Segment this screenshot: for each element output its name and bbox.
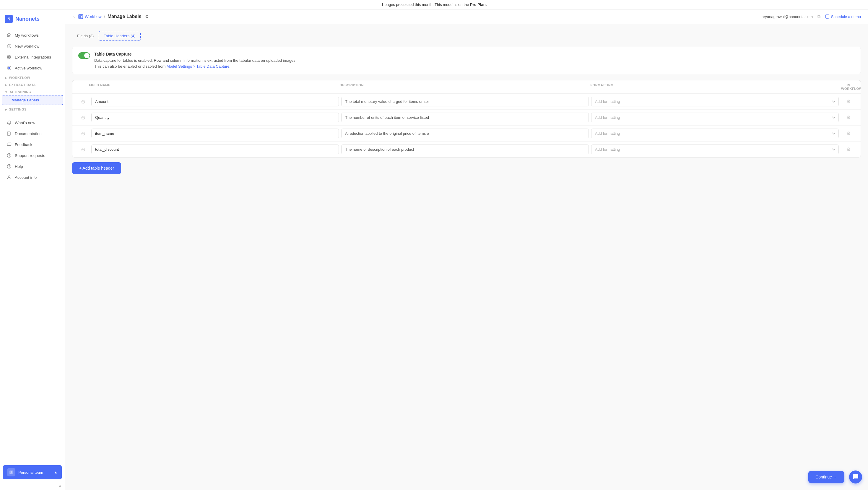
sidebar-item-label: Support requests bbox=[15, 153, 45, 158]
book-icon bbox=[6, 131, 12, 136]
breadcrumb-separator: / bbox=[104, 14, 105, 19]
capture-banner-text: Table Data Capture Data capture for tabl… bbox=[94, 52, 296, 69]
page-header: ‹ Workflow / Manage Labels ⚙ aryanagrawa… bbox=[65, 9, 868, 24]
personal-team-label: Personal team bbox=[18, 470, 43, 474]
svg-rect-3 bbox=[7, 58, 9, 59]
table-row: ⊖ Add formatting ⚙ bbox=[72, 126, 861, 142]
sidebar-item-new-workflow[interactable]: New workflow bbox=[2, 41, 63, 52]
remove-row-4-button[interactable]: ⊖ bbox=[77, 146, 89, 153]
sidebar-item-documentation[interactable]: Documentation bbox=[2, 128, 63, 139]
header-right: aryanagrawal@nanonets.com ⧉ Schedule a d… bbox=[762, 14, 861, 19]
row-settings-button-1[interactable]: ⚙ bbox=[841, 99, 856, 104]
main-content: ‹ Workflow / Manage Labels ⚙ aryanagrawa… bbox=[65, 9, 868, 490]
sidebar-item-label: Account info bbox=[15, 175, 37, 180]
sidebar-collapse: « bbox=[0, 481, 65, 490]
section-label: WORKFLOW bbox=[9, 76, 30, 80]
formatting-select-4[interactable]: Add formatting bbox=[591, 145, 839, 154]
table-data-capture-banner: Table Data Capture Data capture for tabl… bbox=[72, 47, 861, 74]
continue-button[interactable]: Continue → bbox=[808, 471, 844, 483]
chevron-down-icon: ▼ bbox=[5, 90, 8, 94]
table-row: ⊖ Add formatting ⚙ bbox=[72, 94, 861, 110]
collapse-sidebar-button[interactable]: « bbox=[59, 483, 61, 488]
svg-rect-2 bbox=[10, 55, 11, 57]
formatting-select-3[interactable]: Add formatting bbox=[591, 128, 839, 138]
chevron-right-icon: ▶ bbox=[5, 108, 7, 111]
remove-row-3-button[interactable]: ⊖ bbox=[77, 130, 89, 137]
row-settings-button-2[interactable]: ⚙ bbox=[841, 115, 856, 120]
col-formatting: FORMATTING bbox=[590, 83, 841, 90]
logo[interactable]: N Nanonets bbox=[0, 9, 65, 28]
svg-point-13 bbox=[8, 176, 10, 178]
chevron-up-icon: ▲ bbox=[54, 470, 58, 474]
team-icon bbox=[7, 468, 16, 477]
sidebar-section-ai-training[interactable]: ▼ AI TRAINING bbox=[0, 88, 65, 95]
sidebar-section-workflow[interactable]: ▶ WORKFLOW bbox=[0, 73, 65, 81]
field-name-input-1[interactable] bbox=[91, 97, 339, 106]
svg-rect-4 bbox=[10, 58, 11, 59]
remove-row-2-button[interactable]: ⊖ bbox=[77, 114, 89, 121]
tab-table-headers-label: Table Headers (4) bbox=[104, 34, 135, 38]
add-table-header-button[interactable]: + Add table header bbox=[72, 162, 121, 174]
sidebar-item-my-workflows[interactable]: My workflows bbox=[2, 30, 63, 40]
sidebar: N Nanonets My workflows New workflow bbox=[0, 9, 65, 490]
field-name-input-3[interactable] bbox=[91, 128, 339, 138]
table-column-headers: FIELD NAME DESCRIPTION FORMATTING INWORK… bbox=[72, 81, 861, 94]
row-settings-button-3[interactable]: ⚙ bbox=[841, 131, 856, 136]
row-settings-button-4[interactable]: ⚙ bbox=[841, 147, 856, 152]
svg-point-5 bbox=[8, 67, 10, 69]
logo-icon: N bbox=[5, 15, 13, 23]
banner-plan: Pro Plan. bbox=[470, 2, 487, 7]
col-field-name: FIELD NAME bbox=[89, 83, 340, 90]
sidebar-item-label: My workflows bbox=[15, 33, 39, 37]
settings-icon-button[interactable]: ⚙ bbox=[144, 13, 150, 20]
schedule-demo-label: Schedule a demo bbox=[831, 14, 861, 19]
continue-label: Continue → bbox=[815, 474, 837, 479]
sidebar-navigation: My workflows New workflow External integ… bbox=[0, 28, 65, 463]
sidebar-item-manage-labels[interactable]: Manage Labels bbox=[2, 95, 63, 105]
description-input-3[interactable] bbox=[341, 128, 589, 138]
formatting-select-1[interactable]: Add formatting bbox=[591, 97, 839, 106]
back-button[interactable]: ‹ bbox=[72, 13, 76, 20]
copy-icon[interactable]: ⧉ bbox=[817, 14, 820, 19]
sidebar-item-external-integrations[interactable]: External integrations bbox=[2, 52, 63, 62]
toggle-knob bbox=[84, 53, 90, 58]
feedback-icon bbox=[6, 142, 12, 147]
table-row: ⊖ Add formatting ⚙ bbox=[72, 142, 861, 157]
personal-team[interactable]: Personal team ▲ bbox=[3, 465, 62, 479]
formatting-select-2[interactable]: Add formatting bbox=[591, 113, 839, 122]
description-input-2[interactable] bbox=[341, 113, 589, 122]
remove-row-1-button[interactable]: ⊖ bbox=[77, 98, 89, 105]
capture-settings-link[interactable]: Model Settings > Table Data Capture bbox=[167, 64, 229, 68]
description-input-4[interactable] bbox=[341, 145, 589, 154]
sidebar-item-label: Documentation bbox=[15, 131, 42, 136]
svg-rect-1 bbox=[7, 55, 9, 57]
sidebar-item-help[interactable]: Help bbox=[2, 161, 63, 172]
svg-point-10 bbox=[9, 156, 9, 156]
add-table-header-label: + Add table header bbox=[79, 166, 114, 171]
sidebar-section-settings[interactable]: ▶ SETTINGS bbox=[0, 105, 65, 112]
sidebar-item-whats-new[interactable]: What's new bbox=[2, 117, 63, 128]
table-headers-table: FIELD NAME DESCRIPTION FORMATTING INWORK… bbox=[72, 80, 861, 157]
sidebar-item-support-requests[interactable]: Support requests bbox=[2, 150, 63, 161]
sidebar-item-label: Active workflow bbox=[15, 66, 42, 70]
field-name-input-4[interactable] bbox=[91, 145, 339, 154]
chat-bubble-button[interactable] bbox=[849, 470, 862, 484]
sidebar-item-account-info[interactable]: Account info bbox=[2, 172, 63, 183]
description-input-1[interactable] bbox=[341, 97, 589, 106]
tab-fields[interactable]: Fields (3) bbox=[72, 31, 99, 41]
sidebar-item-label: New workflow bbox=[15, 44, 39, 49]
home-icon bbox=[6, 32, 12, 38]
tab-table-headers[interactable]: Table Headers (4) bbox=[99, 31, 140, 41]
chevron-right-icon: ▶ bbox=[5, 76, 7, 80]
schedule-demo-button[interactable]: Schedule a demo bbox=[825, 14, 861, 19]
sidebar-item-feedback[interactable]: Feedback bbox=[2, 139, 63, 150]
tabs: Fields (3) Table Headers (4) bbox=[72, 31, 861, 41]
sidebar-section-extract-data[interactable]: ▶ EXTRACT DATA bbox=[0, 81, 65, 88]
field-name-input-2[interactable] bbox=[91, 113, 339, 122]
workflow-breadcrumb[interactable]: Workflow bbox=[78, 14, 102, 19]
bell-icon bbox=[6, 120, 12, 125]
section-label: SETTINGS bbox=[9, 108, 27, 111]
table-data-capture-toggle[interactable] bbox=[78, 52, 90, 59]
section-label: EXTRACT DATA bbox=[9, 83, 36, 87]
sidebar-item-active-workflow[interactable]: Active workflow bbox=[2, 63, 63, 73]
